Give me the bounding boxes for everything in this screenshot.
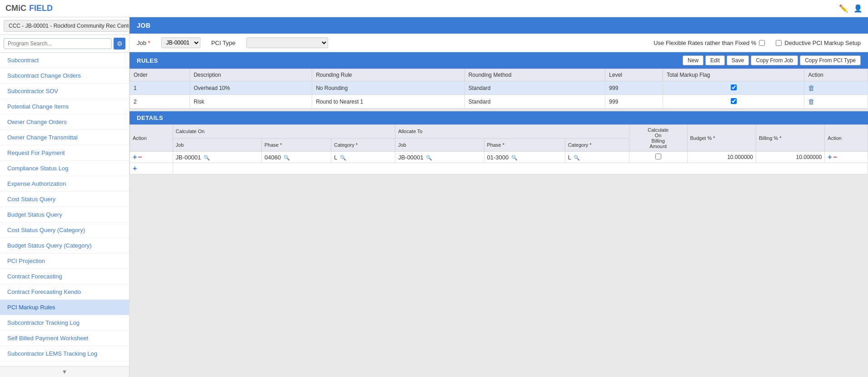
sidebar-item-budget-status-query-(category)[interactable]: Budget Status Query (Category) — [0, 238, 129, 253]
det-col-budget-pct: Budget % * — [687, 125, 756, 152]
sidebar-item-contract-forecasting[interactable]: Contract Forecasting — [0, 269, 129, 284]
cell-action: 🗑 — [804, 95, 868, 109]
deductive-label: Deductive PCI Markup Setup — [784, 40, 861, 46]
logo-cmic: CMiC — [5, 4, 26, 13]
detail-calc-billing — [629, 152, 687, 163]
sidebar-item-cost-status-query-(category)[interactable]: Cost Status Query (Category) — [0, 223, 129, 238]
total-markup-checkbox[interactable] — [731, 84, 737, 90]
calc-billing-checkbox[interactable] — [655, 154, 661, 159]
det-col-action2: Action — [825, 125, 868, 152]
detail-action-cell: + − — [130, 152, 173, 163]
details-table: Action Calculate On Allocate To Calculat… — [130, 124, 868, 174]
alloc-job-search-button[interactable]: 🔍 — [425, 155, 433, 161]
cell-description: Overhead 10% — [190, 81, 312, 95]
sidebar-item-self-billed-payment-worksheet[interactable]: Self Billed Payment Worksheet — [0, 331, 129, 346]
col-total-markup-flag: Total Markup Flag — [663, 69, 804, 81]
sidebar-item-potential-change-items[interactable]: Potential Change Items — [0, 99, 129, 114]
pci-type-label: PCI Type — [211, 40, 235, 46]
remove-row-btn2[interactable]: − — [833, 154, 837, 161]
search-input[interactable] — [4, 38, 112, 49]
calculate-on-header: Calculate On — [173, 125, 395, 139]
settings-button[interactable]: ⚙ — [114, 38, 125, 50]
sidebar-item-owner-change-orders[interactable]: Owner Change Orders — [0, 114, 129, 130]
edit-icon[interactable]: ✏️ — [839, 4, 848, 13]
sidebar-item-cost-status-query[interactable]: Cost Status Query — [0, 192, 129, 207]
flexible-rates-row: Use Flexible Rates rather than Fixed % — [653, 40, 765, 46]
job-select[interactable]: JB-00001 — [161, 37, 200, 48]
detail-billing-pct: 10.000000 — [756, 152, 824, 163]
cell-rounding-method: Standard — [464, 95, 605, 109]
detail-row: + − JB-00001 🔍 04060 🔍 L 🔍 JB-00001 🔍 01… — [130, 152, 868, 163]
cell-rounding-rule: Round to Nearest 1 — [312, 95, 465, 109]
sidebar-item-budget-status-query[interactable]: Budget Status Query — [0, 207, 129, 223]
pci-type-select[interactable] — [246, 37, 328, 48]
copy-from-pci-type-button[interactable]: Copy From PCI Type — [800, 55, 861, 65]
calc-category-search-button[interactable]: 🔍 — [339, 155, 347, 161]
table-row: 1 Overhead 10% No Rounding Standard 999 … — [130, 81, 868, 95]
scrollable-main: RULES New Edit Save Copy From Job Copy F… — [130, 52, 868, 377]
total-markup-checkbox[interactable] — [731, 98, 737, 104]
alloc-phase-search-button[interactable]: 🔍 — [510, 155, 519, 161]
calc-phase-search-button[interactable]: 🔍 — [283, 155, 291, 161]
cell-description: Risk — [190, 95, 312, 109]
sidebar-item-pci-markup-rules[interactable]: PCI Markup Rules — [0, 300, 129, 315]
det-col-calc-phase: Phase * — [262, 138, 331, 152]
col-rounding-method: Rounding Method — [464, 69, 605, 81]
remove-row-button[interactable]: − — [138, 154, 142, 161]
sidebar-item-compliance-status-log[interactable]: Compliance Status Log — [0, 161, 129, 176]
job-section-header: JOB — [130, 17, 868, 34]
sidebar-scroll-down[interactable]: ▼ — [0, 366, 129, 377]
add-row-cell: + — [130, 163, 173, 174]
logo-field: FIELD — [29, 4, 53, 13]
sidebar-item-subcontract-change-orders[interactable]: Subcontract Change Orders — [0, 68, 129, 84]
table-row: 2 Risk Round to Nearest 1 Standard 999 🗑 — [130, 95, 868, 109]
det-col-alloc-phase: Phase * — [484, 138, 565, 152]
rules-table: Order Description Rounding Rule Rounding… — [130, 69, 868, 109]
save-button[interactable]: Save — [727, 55, 749, 65]
sidebar-item-subcontractor-lems-tracking-log[interactable]: Subcontractor LEMS Tracking Log — [0, 346, 129, 362]
sidebar-item-expense-authorization[interactable]: Expense Authorization — [0, 176, 129, 192]
col-description: Description — [190, 69, 312, 81]
det-col-calc-category: Category * — [331, 138, 395, 152]
flexible-rates-label: Use Flexible Rates rather than Fixed % — [653, 40, 756, 46]
calc-job-search-button[interactable]: 🔍 — [203, 155, 211, 161]
deductive-checkbox[interactable] — [776, 40, 782, 46]
job-label: Job * — [137, 40, 150, 46]
main-content: JOB Job * JB-00001 PCI Type Use Flexible… — [130, 17, 868, 377]
edit-button[interactable]: Edit — [705, 55, 725, 65]
det-col-action: Action — [130, 125, 173, 152]
sidebar-item-request-for-payment[interactable]: Request For Payment — [0, 145, 129, 161]
alloc-category-search-button[interactable]: 🔍 — [573, 155, 581, 161]
flexible-rates-checkbox[interactable] — [759, 40, 765, 46]
add-detail-row-button[interactable]: + — [133, 165, 137, 172]
sidebar-item-subcontractor-tracking-log[interactable]: Subcontractor Tracking Log — [0, 315, 129, 331]
cell-level: 999 — [605, 81, 663, 95]
job-selector[interactable]: CCC - JB-00001 - Rockford Community Rec … — [4, 20, 130, 32]
col-rounding-rule: Rounding Rule — [312, 69, 465, 81]
detail-calc-phase: 04060 🔍 — [262, 152, 331, 163]
app-logo: CMiC FIELD — [5, 4, 53, 13]
delete-rule-button[interactable]: 🗑 — [808, 84, 815, 92]
sidebar-item-subcontract[interactable]: Subcontract — [0, 53, 129, 68]
detail-calc-job: JB-00001 🔍 — [173, 152, 261, 163]
sidebar-search-row: ⚙ — [0, 35, 129, 53]
cell-order: 2 — [130, 95, 190, 109]
sidebar-scroll: SubcontractSubcontract Change OrdersSubc… — [0, 53, 129, 366]
toolbar-buttons: New Edit Save Copy From Job Copy From PC… — [683, 55, 861, 65]
detail-calc-category: L 🔍 — [331, 152, 395, 163]
copy-from-job-button[interactable]: Copy From Job — [751, 55, 798, 65]
app-header: CMiC FIELD ✏️ 👤 — [0, 0, 868, 17]
sidebar-item-subcontractor-sov[interactable]: Subcontractor SOV — [0, 84, 129, 99]
job-row: Job * JB-00001 PCI Type Use Flexible Rat… — [130, 34, 868, 52]
sidebar-item-pci-projection[interactable]: PCI Projection — [0, 253, 129, 269]
new-button[interactable]: New — [683, 55, 703, 65]
add-row-button[interactable]: + — [133, 154, 137, 161]
rules-section: RULES New Edit Save Copy From Job Copy F… — [130, 52, 868, 109]
user-icon[interactable]: 👤 — [853, 4, 863, 13]
detail-alloc-job: JB-00001 🔍 — [395, 152, 484, 163]
sidebar-item-contract-forecasting-kendo[interactable]: Contract Forecasting Kendo — [0, 284, 129, 300]
add-row-btn2[interactable]: + — [828, 154, 832, 161]
sidebar-item-owner-change-transmittal[interactable]: Owner Change Transmittal — [0, 130, 129, 145]
delete-rule-button[interactable]: 🗑 — [808, 98, 815, 105]
detail-alloc-category: L 🔍 — [565, 152, 629, 163]
